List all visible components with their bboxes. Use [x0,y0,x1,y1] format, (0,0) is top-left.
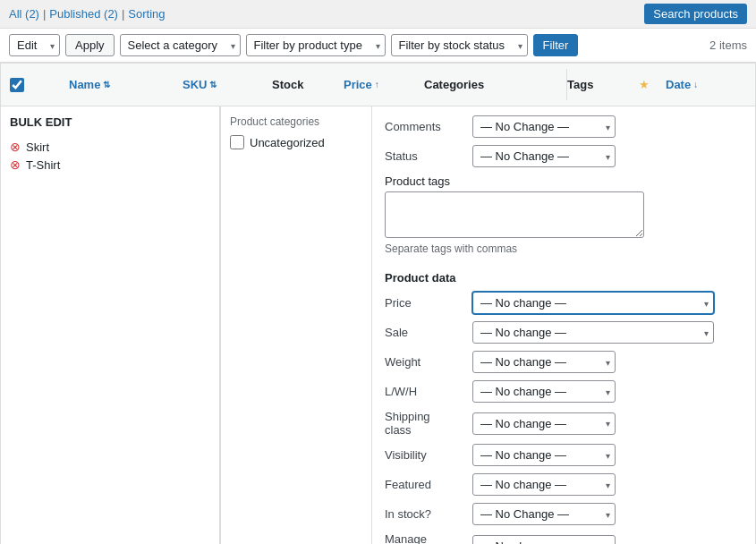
featured-label: Featured [385,478,465,491]
bulk-edit-product-list: BULK EDIT ⊗ Skirt ⊗ T-Shirt [1,106,220,544]
published-link[interactable]: Published (2) [49,7,118,21]
sale-select[interactable]: — No change — [472,321,714,344]
date-sort-icon: ↓ [693,80,698,89]
product-tshirt-label: T-Shirt [26,158,60,172]
in-stock-select[interactable]: — No Change — [472,503,616,525]
lwh-label: L/W/H [385,385,465,398]
categories-title: Product categories [230,115,362,128]
star-icon: ★ [639,78,650,91]
stock-status-select-wrap: Filter by stock status ▾ [391,34,528,56]
name-sort-icon: ⇅ [103,80,110,89]
select-all-checkbox[interactable] [10,78,24,92]
bulk-edit-panel: BULK EDIT ⊗ Skirt ⊗ T-Shirt Produ [1,106,755,544]
status-label: Status [385,149,465,163]
items-count: 2 items [709,38,747,52]
remove-tshirt-icon[interactable]: ⊗ [10,157,21,172]
sale-label: Sale [385,326,465,339]
visibility-label: Visibility [385,448,465,462]
lwh-row: L/W/H — No change — ▾ [385,380,743,403]
select-all-checkbox-wrap[interactable] [10,78,37,92]
shipping-row: Shipping class — No change — ▾ [385,410,743,437]
sku-sort-icon: ⇅ [209,80,217,89]
product-type-select[interactable]: Filter by product type [246,34,386,56]
visibility-row: Visibility — No change — ▾ [385,444,743,466]
col-header-categories: Categories [415,69,567,100]
in-stock-label: In stock? [385,507,465,521]
uncategorized-checkbox-item[interactable]: Uncategorized [230,135,362,149]
product-list: ⊗ Skirt ⊗ T-Shirt [10,138,210,174]
product-data-heading: Product data [385,271,743,285]
bulk-action-select[interactable]: Edit [9,34,60,56]
bulk-action-select-wrap: Edit ▾ [9,34,60,56]
comments-label: Comments [385,120,465,133]
uncategorized-label: Uncategorized [250,136,325,149]
weight-row: Weight — No change — ▾ [385,351,743,373]
shipping-select[interactable]: — No change — [472,412,616,435]
featured-row: Featured — No change — ▾ [385,473,743,496]
category-select-wrap: Select a category ▾ [120,34,241,56]
manage-stock-select[interactable]: — No change — [472,535,616,545]
list-item[interactable]: ⊗ T-Shirt [10,156,210,174]
uncategorized-checkbox[interactable] [230,135,244,149]
categories-section: Product categories Uncategorized [220,106,371,544]
price-sort-icon: ↑ [375,80,379,89]
col-header-price[interactable]: Price ↑ [344,78,415,91]
all-link[interactable]: All (2) [9,7,39,21]
in-stock-row: In stock? — No Change — ▾ [385,503,743,525]
product-tags-section: Product tags Separate tags with commas [385,174,743,255]
visibility-select[interactable]: — No change — [472,444,616,466]
status-select[interactable]: — No Change — [472,145,616,167]
col-header-name[interactable]: Name ⇅ [69,78,183,91]
comments-row: Comments — No Change — ▾ [385,115,743,138]
sorting-link[interactable]: Sorting [128,7,165,21]
price-label: Price [385,296,465,310]
weight-label: Weight [385,355,465,369]
category-select[interactable]: Select a category [120,34,241,56]
price-select[interactable]: — No change — [472,292,714,314]
bulk-edit-form: Comments — No Change — ▾ Status [372,106,755,544]
col-header-sku[interactable]: SKU ⇅ [183,78,272,91]
product-skirt-label: Skirt [26,140,49,154]
sale-row: Sale — No change — ▾ [385,321,743,344]
apply-button[interactable]: Apply [65,34,115,56]
comments-select[interactable]: — No Change — [472,115,616,138]
manage-stock-label: Manage stock? [385,532,465,544]
col-header-tags: Tags [567,78,639,91]
product-tags-input[interactable] [385,191,644,238]
remove-skirt-icon[interactable]: ⊗ [10,140,21,154]
price-row: Price — No change — ▾ [385,292,743,314]
featured-select[interactable]: — No change — [472,473,616,496]
shipping-label: Shipping class [385,410,465,437]
table-header: Name ⇅ SKU ⇅ Stock Price ↑ Categories Ta… [1,64,755,106]
lwh-select[interactable]: — No change — [472,380,616,403]
col-header-stock: Stock [272,78,344,91]
manage-stock-row: Manage stock? — No change — ▾ [385,532,743,544]
status-row: Status — No Change — ▾ [385,145,743,167]
product-type-select-wrap: Filter by product type ▾ [246,34,386,56]
tags-hint: Separate tags with commas [385,242,743,255]
search-products-button[interactable]: Search products [644,4,747,24]
col-header-date[interactable]: Date ↓ [666,78,746,91]
weight-select[interactable]: — No change — [472,351,616,373]
col-header-star: ★ [639,78,666,91]
bulk-edit-title: BULK EDIT [10,115,210,129]
stock-status-select[interactable]: Filter by stock status [391,34,528,56]
list-item[interactable]: ⊗ Skirt [10,138,210,156]
filter-button[interactable]: Filter [533,34,579,56]
product-tags-label: Product tags [385,174,743,188]
